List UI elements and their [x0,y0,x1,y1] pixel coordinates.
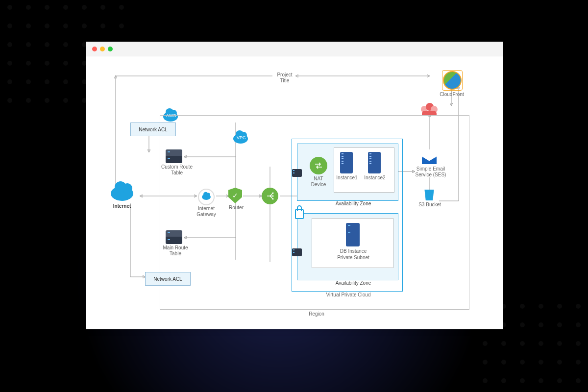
router-label: Router [226,205,246,211]
load-balancer-node[interactable] [262,188,278,204]
app-window: ProjectTitle CloudFront Internet AWS Net… [86,42,503,329]
svg-point-21 [272,198,274,200]
cloud-icon [202,194,211,200]
private-subnet-label: Private Subnet [335,255,371,261]
cloudfront-label: CloudFront [438,92,466,98]
lock-icon-node [295,209,304,219]
cloud-icon [111,186,133,201]
instance-1[interactable] [340,152,353,173]
s3-bucket-node[interactable] [423,190,435,200]
subnet-server-1[interactable] [292,169,302,177]
project-title: ProjectTitle [272,72,297,84]
window-close-icon[interactable] [92,47,97,51]
internet-gateway-node[interactable] [198,189,215,205]
gateway-icon [198,189,215,205]
main-route-table-node[interactable] [166,230,182,244]
db-instance-label: DB Instance [336,248,370,254]
internet-node[interactable] [111,186,133,201]
instance-2[interactable] [368,152,381,173]
internet-gateway-label: Internet Gateway [194,206,219,218]
load-balancer-icon [262,188,278,204]
subnet-server-2[interactable] [292,248,302,256]
server-icon [368,152,381,173]
window-minimize-icon[interactable] [100,47,105,51]
bucket-icon [423,190,435,200]
svg-point-19 [272,193,274,194]
az2-label: Availability Zone [331,280,375,286]
internet-label: Internet [110,203,134,209]
main-route-table-label: Main Route Table [161,245,190,257]
envelope-icon [422,153,437,164]
users-node[interactable] [421,103,438,116]
cloudfront-node[interactable] [443,71,462,90]
svg-point-20 [272,196,274,197]
ses-node[interactable] [422,153,437,164]
globe-icon [443,71,462,90]
shield-icon: ✓ [228,188,242,203]
custom-route-table-node[interactable] [166,149,182,163]
server-icon [340,152,353,173]
s3-bucket-label: S3 Bucket [417,202,442,208]
window-maximize-icon[interactable] [108,47,113,51]
vpc-cloud-tag[interactable]: VPC [233,134,248,144]
instance1-label: Instance1 [336,175,358,181]
az1-label: Availability Zone [331,201,375,207]
router-node[interactable]: ✓ [228,188,242,203]
server-icon [166,230,182,244]
nat-device-node[interactable] [310,157,327,174]
lock-icon [295,209,304,219]
nat-device-label: NAT Device [309,176,328,188]
region-label: Region [302,311,331,317]
window-titlebar [86,42,503,56]
database-icon [346,223,360,246]
custom-route-table-label: Custom Route Table [160,164,194,176]
server-icon [166,149,182,163]
nat-icon [310,157,327,174]
vpc-label: Virtual Private Cloud [324,292,373,298]
server-icon [292,248,302,256]
instance2-label: Instance2 [364,175,386,181]
ses-label: Simple EmailService (SES) [414,166,448,178]
users-icon [421,103,438,116]
db-instance-node[interactable] [346,223,360,246]
diagram-canvas[interactable]: ProjectTitle CloudFront Internet AWS Net… [86,56,503,329]
server-icon [292,169,302,177]
